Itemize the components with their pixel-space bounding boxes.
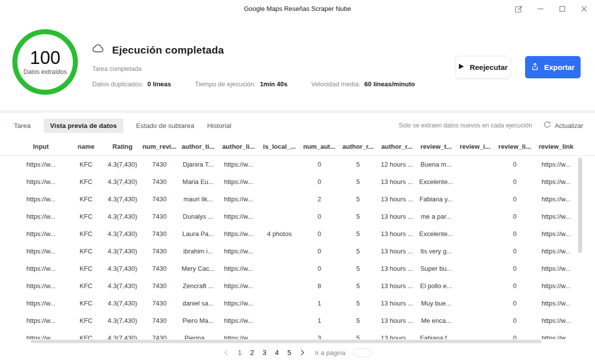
tab-vista-previa-de-datos[interactable]: Vista previa de datos xyxy=(44,119,123,133)
table-cell: Piero Ma... xyxy=(178,317,218,324)
stat-value: 60 líneas/minuto xyxy=(364,80,415,88)
refresh-button[interactable]: Actualizar xyxy=(543,121,583,130)
page-5[interactable]: 5 xyxy=(286,349,292,357)
table-cell: KFC xyxy=(68,317,104,324)
table-row[interactable]: https://w...KFC4.3(7,430)7430Mery Cac...… xyxy=(0,260,595,277)
column-header[interactable]: review_i... xyxy=(456,143,494,150)
table-cell: Zencraft ... xyxy=(178,282,218,290)
table-cell: Fabiana y... xyxy=(416,195,456,203)
table-row[interactable]: https://w...KFC4.3(7,430)7430Djanira T..… xyxy=(0,156,595,173)
stat-item: Datos duplicados:0 líneas xyxy=(92,80,171,88)
tab-tarea[interactable]: Tarea xyxy=(14,122,31,129)
table-row[interactable]: https://w...KFC4.3(7,430)7430Piero Ma...… xyxy=(0,312,595,329)
table-row[interactable]: https://w...KFC4.3(7,430)7430Laura Pa...… xyxy=(0,225,595,243)
table-cell: 2 xyxy=(300,195,339,203)
table-cell: KFC xyxy=(68,161,104,168)
column-header[interactable]: Input xyxy=(14,143,68,150)
table-row[interactable]: https://w...KFC4.3(7,430)7430Dunalys ...… xyxy=(0,208,595,225)
column-header[interactable]: author_r... xyxy=(339,143,377,150)
page-2[interactable]: 2 xyxy=(249,349,255,357)
horizontal-scrollbar-track xyxy=(0,339,595,344)
table-cell: https://w... xyxy=(535,195,577,203)
column-header[interactable]: review_link xyxy=(535,143,577,150)
rerun-button[interactable]: Reejecutar xyxy=(456,56,510,78)
table-cell: Excelente... xyxy=(416,230,456,238)
table-cell: 0 xyxy=(300,247,339,255)
table-cell: 4.3(7,430) xyxy=(104,213,141,220)
table-cell: 7430 xyxy=(141,265,178,272)
minimize-icon[interactable] xyxy=(536,5,544,13)
table-cell: 4.3(7,430) xyxy=(104,265,141,272)
table-cell: 7430 xyxy=(141,334,178,339)
table-cell: Excelente... xyxy=(416,178,456,185)
table-cell: 0 xyxy=(494,213,535,220)
column-header[interactable]: author_li... xyxy=(218,143,259,150)
page-3[interactable]: 3 xyxy=(261,349,267,357)
table-cell: Pierina ... xyxy=(178,334,218,339)
table-cell: 13 hours ... xyxy=(377,317,416,324)
table-cell: https://w... xyxy=(535,178,577,185)
table-cell: 4 photos xyxy=(259,230,300,238)
table-cell: El pollo e... xyxy=(416,282,456,290)
table-cell: https://w... xyxy=(14,317,68,324)
table-cell: 0 xyxy=(300,178,339,185)
table-cell: 5 xyxy=(339,265,377,272)
column-header[interactable]: review_t... xyxy=(416,143,456,150)
table-cell: 0 xyxy=(494,230,535,238)
column-header[interactable]: name xyxy=(68,143,104,150)
tab-estado-de-subtarea[interactable]: Estado de subtarea xyxy=(136,122,194,129)
column-header[interactable]: num_revi... xyxy=(141,143,178,150)
table-row[interactable]: https://w...KFC4.3(7,430)7430mauri lik..… xyxy=(0,190,595,208)
table-cell: https://w... xyxy=(535,161,577,168)
export-button-label: Exportar xyxy=(544,63,575,71)
table-cell: 13 hours ... xyxy=(377,195,416,203)
column-header[interactable]: review_li... xyxy=(494,143,535,150)
table-cell: 0 xyxy=(494,178,535,185)
table-cell: Buena m... xyxy=(416,161,456,168)
column-header[interactable]: is_local_... xyxy=(259,143,300,150)
table-cell: https://w... xyxy=(535,247,577,255)
window-title: Google Maps Reseñas Scraper Nube xyxy=(0,0,595,18)
table-cell: https://w... xyxy=(218,230,259,238)
page-1[interactable]: 1 xyxy=(237,349,242,357)
titlebar: Google Maps Reseñas Scraper Nube xyxy=(0,0,595,18)
prev-page-icon[interactable] xyxy=(223,350,229,356)
tab-historial[interactable]: Historial xyxy=(207,122,232,129)
column-header[interactable]: author_r... xyxy=(377,143,416,150)
edit-icon[interactable] xyxy=(515,5,523,13)
vertical-scrollbar[interactable] xyxy=(578,158,582,253)
table-cell: KFC xyxy=(68,334,104,339)
table-cell: https://w... xyxy=(218,317,259,324)
table-row[interactable]: https://w...KFC4.3(7,430)7430ibrahim i..… xyxy=(0,243,595,260)
column-header[interactable]: author_ti... xyxy=(178,143,218,150)
table-row[interactable]: https://w...KFC4.3(7,430)7430Pierina ...… xyxy=(0,329,595,339)
table-cell: https://w... xyxy=(535,230,577,238)
table-cell: Dunalys ... xyxy=(178,213,218,220)
table-cell: 7430 xyxy=(141,213,178,220)
table-cell: https://w... xyxy=(535,213,577,220)
table-cell: https://w... xyxy=(218,178,259,185)
table-row[interactable]: https://w...KFC4.3(7,430)7430daniel sa..… xyxy=(0,295,595,312)
table-cell: 4.3(7,430) xyxy=(104,317,141,324)
table-row[interactable]: https://w...KFC4.3(7,430)7430Zencraft ..… xyxy=(0,277,595,295)
extracted-count-ring: 100 Datos extraídos xyxy=(12,29,78,95)
export-button[interactable]: Exportar xyxy=(525,56,581,78)
column-header[interactable]: Rating xyxy=(104,143,141,150)
horizontal-scrollbar[interactable] xyxy=(31,340,541,343)
table-cell: https://w... xyxy=(14,247,68,255)
pagination: 12345 Ir a página xyxy=(0,344,595,364)
close-icon[interactable] xyxy=(580,5,588,13)
table-cell: https://w... xyxy=(535,282,577,290)
column-header[interactable]: num_aut... xyxy=(300,143,339,150)
next-page-icon[interactable] xyxy=(299,350,305,356)
stat-item: Velocidad media:60 líneas/minuto xyxy=(311,80,415,88)
toolbar: TareaVista previa de datosEstado de subt… xyxy=(0,113,595,138)
goto-page-input[interactable] xyxy=(353,348,372,357)
page-4[interactable]: 4 xyxy=(274,349,280,357)
table-cell: 0 xyxy=(300,161,339,168)
table-cell: https://w... xyxy=(14,282,68,290)
run-status-subtitle: Tarea completada xyxy=(92,65,141,72)
maximize-icon[interactable] xyxy=(558,5,566,13)
table-cell: 13 hours ... xyxy=(377,213,416,220)
table-row[interactable]: https://w...KFC4.3(7,430)7430Maria Eu...… xyxy=(0,173,595,190)
